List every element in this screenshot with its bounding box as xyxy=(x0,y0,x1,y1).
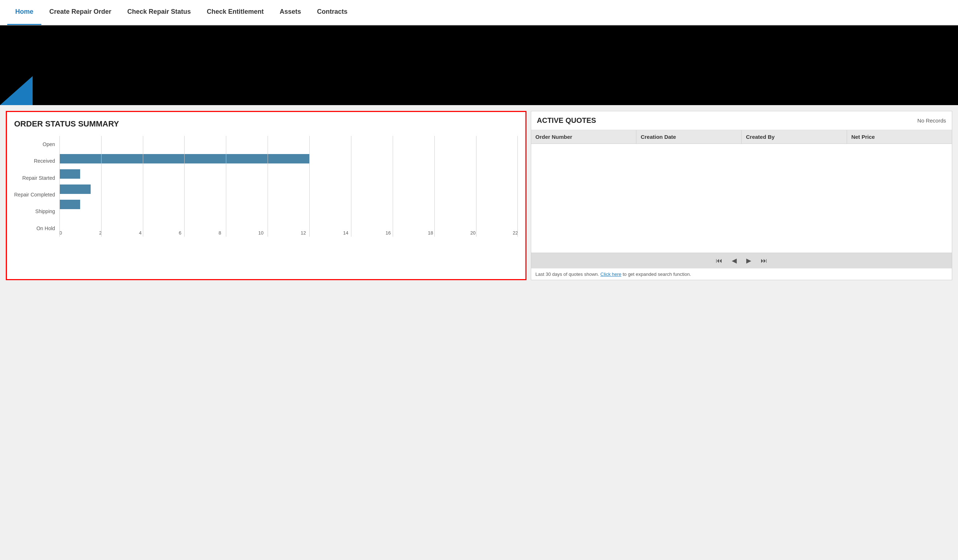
bar-row-5 xyxy=(59,212,518,227)
x-axis-label: 12 xyxy=(301,230,306,236)
y-label-on-hold: On Hold xyxy=(14,221,55,236)
x-axis-label: 6 xyxy=(179,230,181,236)
bar-fill-2 xyxy=(59,169,80,179)
bar-fill-3 xyxy=(59,185,90,194)
main-content: ORDER STATUS SUMMARY OpenReceivedRepair … xyxy=(0,105,958,286)
chart-plot: 0246810121416182022 xyxy=(59,136,518,248)
x-axis-label: 10 xyxy=(258,230,263,236)
order-status-title: ORDER STATUS SUMMARY xyxy=(14,119,518,129)
x-axis-label: 14 xyxy=(343,230,348,236)
x-axis-label: 22 xyxy=(513,230,518,236)
first-page-button[interactable]: ⏮ xyxy=(714,256,725,265)
footer-text: Last 30 days of quotes shown. xyxy=(536,272,600,277)
click-here-link[interactable]: Click here xyxy=(601,272,622,277)
table-body xyxy=(531,144,952,253)
nav-item-contracts[interactable]: Contracts xyxy=(309,0,355,25)
pagination-bar: ⏮ ◀ ▶ ⏭ xyxy=(531,253,952,268)
table-column-creation-date: Creation Date xyxy=(636,130,742,144)
table-column-net-price: Net Price xyxy=(847,130,952,144)
x-axis-label: 20 xyxy=(470,230,475,236)
x-axis-label: 18 xyxy=(428,230,433,236)
bar-fill-4 xyxy=(59,200,80,209)
quotes-header: ACTIVE QUOTES No Records xyxy=(531,111,952,130)
banner-triangle xyxy=(0,76,33,105)
y-label-repair-started: Repair Started xyxy=(14,170,55,185)
x-axis-label: 0 xyxy=(59,230,62,236)
bar-row-2 xyxy=(59,166,518,182)
x-axis-label: 16 xyxy=(385,230,390,236)
footer-suffix: to get expanded search function. xyxy=(623,272,691,277)
prev-page-button[interactable]: ◀ xyxy=(730,256,739,265)
nav-bar: Home Create Repair Order Check Repair St… xyxy=(0,0,958,25)
last-page-button[interactable]: ⏭ xyxy=(758,256,769,265)
banner xyxy=(0,25,958,105)
x-axis-labels: 0246810121416182022 xyxy=(59,227,518,237)
order-status-summary-panel: ORDER STATUS SUMMARY OpenReceivedRepair … xyxy=(6,111,527,280)
next-page-button[interactable]: ▶ xyxy=(744,256,753,265)
bar-row-4 xyxy=(59,197,518,212)
y-label-received: Received xyxy=(14,153,55,169)
x-axis-label: 8 xyxy=(219,230,221,236)
quotes-table: Order NumberCreation DateCreated ByNet P… xyxy=(531,130,952,253)
bars-area: 0246810121416182022 xyxy=(59,136,518,248)
x-axis-label: 4 xyxy=(139,230,141,236)
order-status-chart: OpenReceivedRepair StartedRepair Complet… xyxy=(14,136,518,248)
nav-item-create-repair-order[interactable]: Create Repair Order xyxy=(41,0,119,25)
y-label-open: Open xyxy=(14,137,55,152)
bar-row-1 xyxy=(59,151,518,166)
bar-fill-1 xyxy=(59,154,310,163)
no-records-label: No Records xyxy=(917,117,946,123)
bar-row-0 xyxy=(59,136,518,151)
table-column-order-number: Order Number xyxy=(531,130,636,144)
table-column-created-by: Created By xyxy=(742,130,847,144)
quotes-footer: Last 30 days of quotes shown. Click here… xyxy=(531,268,952,280)
table-header-row: Order NumberCreation DateCreated ByNet P… xyxy=(531,130,952,144)
y-label-shipping: Shipping xyxy=(14,204,55,219)
bar-row-3 xyxy=(59,182,518,197)
nav-item-check-repair-status[interactable]: Check Repair Status xyxy=(119,0,199,25)
y-label-repair-completed: Repair Completed xyxy=(14,187,55,202)
chart-body: OpenReceivedRepair StartedRepair Complet… xyxy=(14,136,518,248)
nav-item-home[interactable]: Home xyxy=(7,0,41,25)
y-axis-labels: OpenReceivedRepair StartedRepair Complet… xyxy=(14,136,59,248)
active-quotes-title: ACTIVE QUOTES xyxy=(537,116,596,125)
active-quotes-panel: ACTIVE QUOTES No Records Order NumberCre… xyxy=(531,111,953,280)
nav-item-check-entitlement[interactable]: Check Entitlement xyxy=(199,0,271,25)
nav-item-assets[interactable]: Assets xyxy=(271,0,309,25)
x-axis-label: 2 xyxy=(99,230,102,236)
